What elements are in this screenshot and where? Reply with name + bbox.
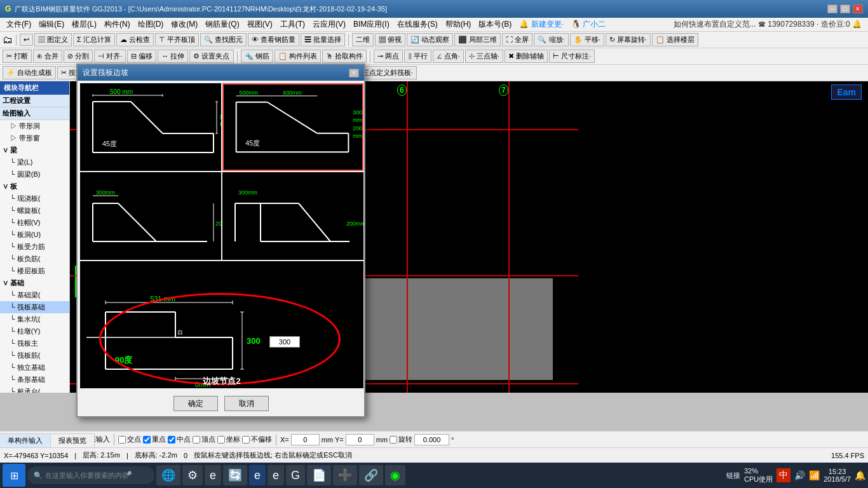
menu-online[interactable]: 在线服务(S)	[393, 18, 442, 31]
btn-undo[interactable]: ↩	[20, 34, 33, 46]
menu-file[interactable]: 文件(F)	[3, 18, 35, 31]
menu-component[interactable]: 构件(N)	[100, 18, 134, 31]
sidebar-section-draw[interactable]: 绘图输入	[0, 107, 69, 120]
sidebar-group-beam[interactable]: ∨ 梁	[0, 144, 69, 156]
dialog-close-btn[interactable]: ×	[349, 69, 359, 78]
btn-offset[interactable]: ⊟ 偏移	[127, 50, 156, 63]
taskbar-app-ie[interactable]: e	[205, 465, 221, 485]
sidebar-item-raft-found[interactable]: └ 筏板基础	[0, 301, 69, 313]
snap-endpoint-cb[interactable]	[143, 436, 151, 444]
sidebar-item-pile-cap[interactable]: └ 桩承台(	[0, 386, 69, 393]
menu-rebar-qty[interactable]: 钢筋量(Q)	[201, 18, 243, 31]
taskbar-app-ie2[interactable]: e	[268, 465, 284, 485]
menu-gxiao[interactable]: 🐧 广小二	[567, 18, 609, 31]
btn-sum[interactable]: Σ 汇总计算	[73, 33, 115, 46]
maximize-btn[interactable]: □	[840, 4, 850, 13]
menu-new-change[interactable]: 🔔 新建变更·	[515, 18, 567, 31]
btn-fullscreen[interactable]: ⛶ 全屏	[502, 33, 532, 46]
sidebar-item-spiral-slab[interactable]: └ 螺旋板(	[0, 205, 69, 217]
sidebar-item-floor-slab[interactable]: └ 楼层板筋	[0, 265, 69, 277]
minimize-btn[interactable]: ─	[827, 4, 837, 13]
btn-dynamic-view[interactable]: 🔄 动态观察	[407, 33, 453, 46]
snap-intersect[interactable]: 交点	[118, 435, 141, 444]
start-btn[interactable]: ⊞	[3, 464, 25, 487]
btn-local-3d[interactable]: ⬛ 局部三维	[454, 33, 501, 46]
btn-define[interactable]: ▤ 图定义	[34, 33, 72, 46]
sidebar-item-strip-found[interactable]: └ 条形基础	[0, 374, 69, 386]
sidebar-group-foundation[interactable]: ∨ 基础	[0, 277, 69, 289]
taskbar-app-plus[interactable]: ➕	[333, 465, 357, 485]
btn-stretch[interactable]: ↔ 拉伸	[158, 50, 188, 63]
snap-midpoint-cb[interactable]	[168, 436, 175, 444]
btn-auto-gen-slab[interactable]: ⚡ 自动生成板	[3, 66, 56, 79]
sidebar-item-column-cap[interactable]: └ 柱帽(V)	[0, 217, 69, 229]
btn-2d[interactable]: 二维	[352, 33, 374, 46]
snap-rotate[interactable]: 旋转	[390, 435, 412, 444]
btn-point-angle[interactable]: ∠ 点角·	[433, 50, 464, 63]
sidebar-item-slab-hole[interactable]: └ 板洞(U)	[0, 229, 69, 241]
snap-vertex-cb[interactable]	[193, 436, 200, 444]
btn-align-top[interactable]: ⊤ 平齐板顶	[155, 33, 199, 46]
close-btn-window[interactable]: ✕	[853, 4, 863, 13]
sidebar-item-sump[interactable]: └ 集水坑(	[0, 313, 69, 325]
btn-merge[interactable]: ⊕ 合并	[33, 50, 62, 63]
btn-screen-rotate[interactable]: ↻ 屏幕旋转·	[606, 33, 651, 46]
sidebar-item-raft-rebar[interactable]: └ 筏板筋(	[0, 349, 69, 362]
btn-cloud-check[interactable]: ☁ 云检查	[116, 33, 154, 46]
sidebar-item-ind-found[interactable]: └ 独立基础	[0, 362, 69, 374]
slope-node-4[interactable]: 300mm 200mm 边坡节点4	[222, 172, 363, 260]
btn-del-aux[interactable]: ✖ 删除辅轴	[505, 50, 548, 63]
btn-zoom[interactable]: 🔍 缩放·	[534, 33, 568, 46]
btn-batch-select[interactable]: ☰ 批量选择	[301, 33, 345, 46]
btn-break[interactable]: ✂ 打断	[3, 50, 32, 63]
slope-node-1[interactable]: 500 mm 800 mm 45度 边坡节点1	[80, 83, 221, 171]
tab-report[interactable]: 报表预览	[51, 434, 95, 447]
snap-rotate-cb[interactable]	[390, 436, 397, 444]
menu-view[interactable]: 视图(V)	[243, 18, 276, 31]
rotate-input[interactable]	[414, 434, 449, 445]
menu-version[interactable]: 版本号(B)	[475, 18, 515, 31]
sidebar-item-found-beam[interactable]: └ 基础梁(	[0, 289, 69, 301]
btn-parallel[interactable]: ∥ 平行	[404, 50, 431, 63]
slope-node-bottom[interactable]: 531 mm 300 90度 0mm 自 边坡	[80, 261, 363, 388]
sidebar-item-beam-l[interactable]: └ 梁(L)	[0, 156, 69, 168]
taskbar-app-settings[interactable]: ⚙	[182, 465, 203, 485]
btn-find-elem[interactable]: 🔍 查找图元	[200, 33, 247, 46]
btn-top-view[interactable]: ▦ 俯视	[375, 33, 405, 46]
btn-two-points[interactable]: ⊸ 两点	[374, 50, 403, 63]
btn-pick-component[interactable]: 🖱 拾取构件	[322, 50, 367, 63]
taskbar-search[interactable]: 🔍 在这里输入你要搜索的内容 🎤	[27, 466, 154, 484]
sidebar-item-stripwindow[interactable]: ▷ 带形窗	[0, 132, 69, 144]
sidebar-section-engineering[interactable]: 工程设置	[0, 95, 69, 107]
tab-single-component[interactable]: 单构件输入	[0, 434, 51, 447]
snap-vertex[interactable]: 顶点	[193, 435, 215, 444]
coord-y-input[interactable]	[346, 434, 374, 445]
taskbar-app-green[interactable]: ◉	[385, 465, 405, 485]
taskbar-app-spiral[interactable]: 🔄	[223, 465, 247, 485]
sidebar-item-striphole[interactable]: ▷ 带形洞	[0, 120, 69, 132]
btn-set-grip[interactable]: ⚙ 设置夹点	[189, 50, 233, 63]
menu-cloud[interactable]: 云应用(V)	[309, 18, 349, 31]
coord-x-input[interactable]	[291, 434, 320, 445]
menu-modify[interactable]: 修改(M)	[167, 18, 201, 31]
btn-three-axis[interactable]: ⊹ 三点轴·	[465, 50, 503, 63]
sidebar-item-slab-neg[interactable]: └ 板负筋(	[0, 253, 69, 265]
slope-input-value[interactable]	[269, 336, 300, 348]
menu-bim[interactable]: BIM应用(I)	[349, 18, 393, 31]
menu-edit[interactable]: 编辑(E)	[35, 18, 68, 31]
snap-endpoint[interactable]: 重点	[143, 435, 166, 444]
sidebar-item-slab-force[interactable]: └ 板受力筋	[0, 241, 69, 253]
taskbar-app-browser[interactable]: 🌐	[156, 465, 180, 485]
btn-align[interactable]: ⊣ 对齐·	[94, 50, 126, 63]
snap-nooffset-cb[interactable]	[242, 436, 250, 444]
sidebar-group-slab[interactable]: ∨ 板	[0, 180, 69, 193]
dialog-ok-btn[interactable]: 确定	[173, 396, 218, 411]
taskbar-app-gmap[interactable]: G	[286, 465, 305, 485]
menu-tools[interactable]: 工具(T)	[276, 18, 309, 31]
title-right[interactable]: ─ □ ✕	[827, 4, 863, 13]
taskbar-app-doc[interactable]: 📄	[307, 465, 331, 485]
dialog-title-bar[interactable]: 设置筏板边坡 ×	[78, 65, 364, 81]
sidebar-item-col-pier[interactable]: └ 柱墩(Y)	[0, 325, 69, 337]
snap-midpoint[interactable]: 中点	[168, 435, 191, 444]
menu-floor[interactable]: 楼层(L)	[68, 18, 100, 31]
